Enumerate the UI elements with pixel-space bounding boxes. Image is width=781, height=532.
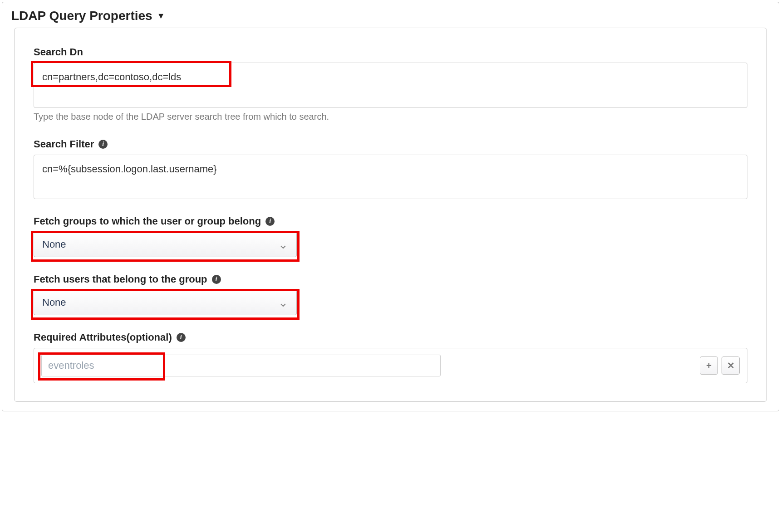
add-attribute-button[interactable]: + [700, 356, 718, 375]
search-filter-label: Search Filter [34, 138, 94, 150]
plus-icon: + [706, 361, 712, 371]
search-filter-input[interactable] [34, 155, 747, 199]
info-icon[interactable]: i [265, 217, 275, 226]
fetch-users-select[interactable]: None ⌄ [34, 290, 297, 315]
fetch-groups-label: Fetch groups to which the user or group … [34, 215, 261, 227]
required-attribute-buttons: + ✕ [700, 356, 740, 375]
panel-title: LDAP Query Properties [11, 9, 152, 23]
info-icon[interactable]: i [212, 275, 221, 284]
fetch-users-label: Fetch users that belong to the group [34, 273, 207, 285]
required-attributes-label-row: Required Attributes(optional) i [34, 332, 747, 343]
chevron-down-icon: ⌄ [278, 296, 288, 310]
ldap-query-properties-panel: LDAP Query Properties ▼ Search Dn Type t… [2, 2, 779, 411]
fetch-users-value: None [42, 297, 66, 308]
fetch-groups-select[interactable]: None ⌄ [34, 232, 297, 257]
search-dn-label: Search Dn [34, 46, 747, 58]
required-attributes-field: Required Attributes(optional) i + ✕ [34, 332, 747, 383]
fetch-groups-field: Fetch groups to which the user or group … [34, 215, 747, 257]
chevron-down-icon: ⌄ [278, 238, 288, 252]
search-filter-label-row: Search Filter i [34, 138, 747, 150]
required-attributes-row: + ✕ [34, 348, 747, 383]
info-icon[interactable]: i [177, 333, 186, 342]
panel-header[interactable]: LDAP Query Properties ▼ [2, 2, 779, 28]
search-filter-field: Search Filter i [34, 138, 747, 199]
panel-body: Search Dn Type the base node of the LDAP… [14, 28, 767, 402]
remove-attribute-button[interactable]: ✕ [722, 356, 740, 375]
fetch-groups-value: None [42, 239, 66, 250]
required-attribute-input[interactable] [41, 355, 441, 376]
caret-down-icon: ▼ [157, 11, 165, 21]
fetch-users-field: Fetch users that belong to the group i N… [34, 273, 747, 315]
search-dn-help: Type the base node of the LDAP server se… [34, 112, 747, 122]
search-dn-input[interactable] [34, 63, 747, 108]
info-icon[interactable]: i [98, 140, 108, 149]
search-dn-field: Search Dn Type the base node of the LDAP… [34, 46, 747, 122]
fetch-users-label-row: Fetch users that belong to the group i [34, 273, 747, 285]
fetch-groups-label-row: Fetch groups to which the user or group … [34, 215, 747, 227]
required-attributes-label: Required Attributes(optional) [34, 332, 172, 343]
close-icon: ✕ [727, 360, 735, 371]
